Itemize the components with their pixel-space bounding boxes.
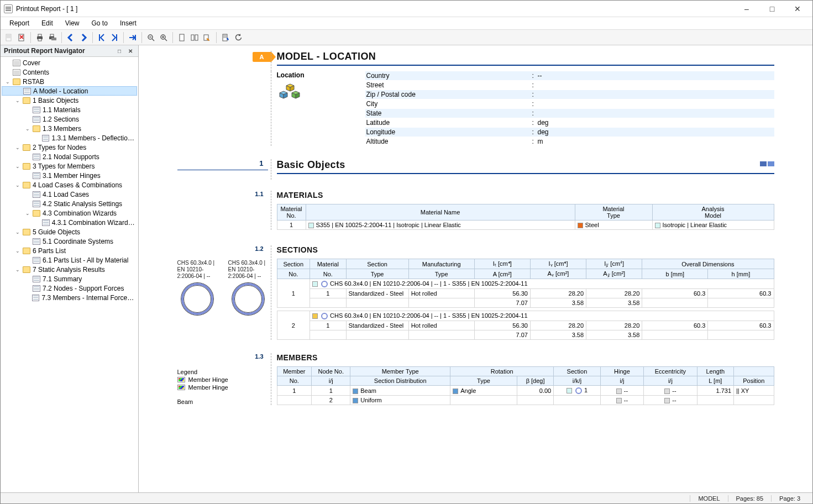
close-button[interactable]: ✕ [785, 1, 810, 17]
tree-item[interactable]: 4.3.1 Combination Wizards - ... [2, 218, 137, 227]
colon: : [531, 99, 537, 108]
nav-first-icon[interactable] [96, 32, 108, 44]
toolbar [1, 30, 812, 45]
tree-item[interactable]: 6.1 Parts List - All by Material [2, 255, 137, 265]
single-page-icon[interactable] [176, 32, 188, 44]
tree-item-label: 7.3 Members - Internal Forces by... [41, 294, 137, 302]
tree-twist-icon[interactable]: ⌄ [15, 267, 20, 272]
tree-item-label: 1.3.1 Members - Deflection C... [51, 134, 137, 142]
location-value [537, 109, 774, 118]
tree-item[interactable]: ⌄RSTAB [2, 77, 137, 86]
menu-goto[interactable]: Go to [86, 18, 113, 28]
tree-item[interactable]: 1.3.1 Members - Deflection C... [2, 133, 137, 143]
tree-item[interactable]: 5.1 Coordinate Systems [2, 237, 137, 246]
tree-item[interactable]: 3.1 Member Hinges [2, 171, 137, 180]
tree-item-label: Cover [23, 59, 40, 67]
tree-item[interactable]: 7.1 Summary [2, 274, 137, 284]
table-icon [23, 88, 31, 95]
tree-item[interactable]: ⌄5 Guide Objects [2, 227, 137, 237]
location-key: Zip / Postal code [365, 90, 531, 99]
zoom-in-icon[interactable] [158, 32, 170, 44]
navigator-undock-icon[interactable]: □ [115, 47, 124, 55]
tree-item[interactable]: 2.1 Nodal Supports [2, 152, 137, 161]
tree-twist-icon[interactable]: ⌄ [15, 229, 20, 235]
statusbar: MODEL Pages: 85 Page: 3 [1, 492, 812, 503]
nav-prev-icon[interactable] [65, 32, 77, 44]
menu-edit[interactable]: Edit [36, 18, 59, 28]
tree-item[interactable]: ⌄4 Load Cases & Combinations [2, 180, 137, 190]
app-icon [4, 4, 13, 13]
window-title: Printout Report - [ 1 ] [16, 5, 734, 13]
tree-item[interactable]: 4.2 Static Analysis Settings [2, 199, 137, 208]
folder-icon [13, 78, 20, 85]
refresh-icon[interactable] [232, 32, 244, 44]
section-1-3-title: MEMBERS [277, 353, 774, 362]
tree-item[interactable]: 1.2 Sections [2, 114, 137, 124]
tree-item[interactable]: ⌄1.3 Members [2, 124, 137, 133]
tree-twist-icon[interactable]: ⌄ [15, 182, 20, 188]
tree-twist-icon[interactable]: ⌄ [5, 79, 11, 85]
menu-view[interactable]: View [60, 18, 85, 28]
nav-last-icon[interactable] [108, 32, 120, 44]
tree-item-label: RSTAB [23, 78, 44, 86]
tree-item[interactable]: Cover [2, 58, 137, 67]
tree-item-label: 2.1 Nodal Supports [43, 153, 99, 161]
maximize-button[interactable]: □ [759, 1, 785, 17]
tree-twist-icon[interactable]: ⌄ [15, 98, 20, 103]
table-icon [33, 191, 40, 198]
legend-swatch-icon [177, 385, 185, 390]
folder-icon [33, 125, 40, 132]
section-1-1-title: MATERIALS [277, 191, 774, 200]
tree-twist-icon[interactable]: ⌄ [15, 248, 20, 254]
navigator-title: Printout Report Navigator [4, 47, 113, 55]
legend-item-label: Member Hinge [188, 384, 228, 391]
tree-item[interactable]: 1.1 Materials [2, 105, 137, 114]
goto-icon[interactable] [127, 32, 139, 44]
navigator-close-icon[interactable]: ✕ [126, 47, 135, 55]
tree-twist-icon[interactable]: ⌄ [25, 126, 30, 132]
navigator-tree[interactable]: CoverContents⌄RSTABA Model - Location⌄1 … [1, 57, 138, 492]
tree-item[interactable]: A Model - Location [2, 86, 137, 96]
tree-item[interactable]: ⌄6 Parts List [2, 246, 137, 255]
tree-twist-icon[interactable]: ⌄ [15, 145, 20, 150]
minimize-button[interactable]: – [734, 1, 759, 17]
navigator-header: Printout Report Navigator □ ✕ [1, 45, 138, 57]
chs-caption-2: CHS 60.3x4.0 | EN 10210-2:2006-04 | -- [228, 260, 268, 280]
tree-item[interactable]: ⌄2 Types for Nodes [2, 143, 137, 152]
print-all-icon[interactable] [46, 32, 59, 44]
titlebar: Printout Report - [ 1 ] – □ ✕ [1, 1, 812, 17]
table-icon [33, 107, 40, 113]
tree-item[interactable]: ⌄7 Static Analysis Results [2, 265, 137, 274]
select-mode-icon[interactable] [201, 32, 213, 44]
tree-item[interactable]: 4.1 Load Cases [2, 190, 137, 199]
tree-twist-icon[interactable]: ⌄ [15, 164, 20, 169]
legend-item: Member Hinge [177, 384, 268, 391]
tree-item-label: 5 Guide Objects [33, 228, 80, 236]
two-page-icon[interactable] [188, 32, 201, 44]
tree-item[interactable]: 7.3 Members - Internal Forces by... [2, 293, 137, 302]
zoom-out-icon[interactable] [145, 32, 157, 44]
settings-page-icon[interactable] [219, 32, 232, 44]
tree-item[interactable]: 7.2 Nodes - Support Forces [2, 284, 137, 293]
table-icon [33, 257, 40, 264]
nav-next-icon[interactable] [77, 32, 90, 44]
location-key: Country [365, 71, 531, 80]
tree-item-label: 2 Types for Nodes [33, 144, 86, 151]
menu-report[interactable]: Report [4, 18, 35, 28]
tree-item[interactable]: Contents [2, 67, 137, 77]
section-1-1-num: 1.1 [174, 191, 268, 197]
tree-item-label: 4.1 Load Cases [43, 191, 89, 198]
delete-report-icon[interactable] [15, 32, 28, 44]
table-icon [33, 116, 40, 123]
menu-insert[interactable]: Insert [114, 18, 142, 28]
tree-item[interactable]: ⌄4.3 Combination Wizards [2, 208, 137, 218]
page-viewport[interactable]: A MODEL - LOCATION Location [139, 45, 812, 492]
tree-item[interactable]: ⌄1 Basic Objects [2, 96, 137, 105]
mini-flags-icon [760, 161, 774, 166]
folder-icon [23, 163, 30, 170]
table-icon [42, 219, 49, 226]
location-value: deg [537, 118, 774, 127]
print-icon[interactable] [34, 32, 46, 44]
tree-twist-icon[interactable]: ⌄ [25, 211, 30, 216]
tree-item[interactable]: ⌄3 Types for Members [2, 161, 137, 171]
